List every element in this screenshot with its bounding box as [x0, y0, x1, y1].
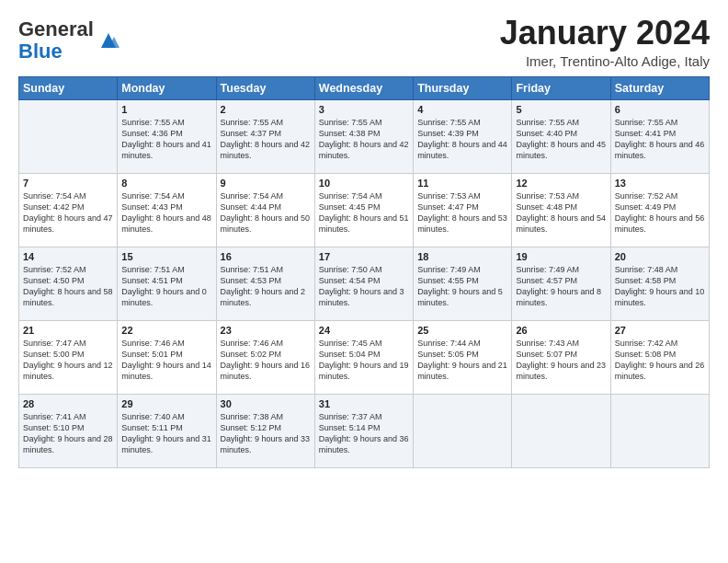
day-info: Sunrise: 7:55 AMSunset: 4:37 PMDaylight:… — [221, 117, 311, 162]
day-number: 10 — [319, 178, 409, 189]
day-info: Sunrise: 7:46 AMSunset: 5:02 PMDaylight:… — [221, 338, 311, 383]
day-info: Sunrise: 7:48 AMSunset: 4:58 PMDaylight:… — [615, 264, 705, 309]
table-cell: 9Sunrise: 7:54 AMSunset: 4:44 PMDaylight… — [216, 173, 314, 247]
day-info: Sunrise: 7:51 AMSunset: 4:53 PMDaylight:… — [221, 264, 311, 309]
table-cell: 13Sunrise: 7:52 AMSunset: 4:49 PMDayligh… — [610, 173, 709, 247]
day-info: Sunrise: 7:49 AMSunset: 4:57 PMDaylight:… — [516, 264, 606, 309]
table-cell: 14Sunrise: 7:52 AMSunset: 4:50 PMDayligh… — [19, 247, 118, 320]
table-cell: 7Sunrise: 7:54 AMSunset: 4:42 PMDaylight… — [19, 173, 118, 247]
table-cell: 6Sunrise: 7:55 AMSunset: 4:41 PMDaylight… — [610, 99, 709, 173]
table-cell: 26Sunrise: 7:43 AMSunset: 5:07 PMDayligh… — [512, 320, 610, 394]
calendar-week-3: 21Sunrise: 7:47 AMSunset: 5:00 PMDayligh… — [19, 320, 710, 394]
day-info: Sunrise: 7:37 AMSunset: 5:14 PMDaylight:… — [319, 411, 409, 456]
day-info: Sunrise: 7:55 AMSunset: 4:41 PMDaylight:… — [615, 117, 705, 162]
table-cell: 15Sunrise: 7:51 AMSunset: 4:51 PMDayligh… — [118, 247, 216, 320]
day-info: Sunrise: 7:41 AMSunset: 5:10 PMDaylight:… — [23, 411, 113, 456]
table-cell: 4Sunrise: 7:55 AMSunset: 4:39 PMDaylight… — [414, 99, 512, 173]
table-cell: 21Sunrise: 7:47 AMSunset: 5:00 PMDayligh… — [19, 320, 118, 394]
logo: General Blue — [18, 18, 121, 63]
day-info: Sunrise: 7:54 AMSunset: 4:44 PMDaylight:… — [221, 190, 311, 236]
day-number: 27 — [615, 325, 705, 336]
day-info: Sunrise: 7:55 AMSunset: 4:38 PMDaylight:… — [319, 117, 409, 162]
day-number: 3 — [319, 104, 409, 115]
table-cell: 17Sunrise: 7:50 AMSunset: 4:54 PMDayligh… — [314, 247, 413, 320]
weekday-row: Sunday Monday Tuesday Wednesday Thursday… — [19, 76, 710, 99]
calendar-header: Sunday Monday Tuesday Wednesday Thursday… — [19, 76, 710, 99]
day-info: Sunrise: 7:52 AMSunset: 4:49 PMDaylight:… — [615, 190, 705, 236]
table-cell: 18Sunrise: 7:49 AMSunset: 4:55 PMDayligh… — [414, 247, 512, 320]
table-cell: 25Sunrise: 7:44 AMSunset: 5:05 PMDayligh… — [414, 320, 512, 394]
location-title: Imer, Trentino-Alto Adige, Italy — [500, 53, 710, 69]
day-number: 4 — [417, 104, 507, 115]
table-cell: 29Sunrise: 7:40 AMSunset: 5:11 PMDayligh… — [118, 394, 216, 467]
day-number: 1 — [121, 104, 211, 115]
day-info: Sunrise: 7:49 AMSunset: 4:55 PMDaylight:… — [417, 264, 507, 309]
calendar-table: Sunday Monday Tuesday Wednesday Thursday… — [18, 76, 710, 468]
table-cell — [512, 394, 610, 467]
day-info: Sunrise: 7:55 AMSunset: 4:36 PMDaylight:… — [121, 117, 211, 162]
day-info: Sunrise: 7:44 AMSunset: 5:05 PMDaylight:… — [417, 338, 507, 383]
day-info: Sunrise: 7:38 AMSunset: 5:12 PMDaylight:… — [221, 411, 311, 456]
table-cell — [414, 394, 512, 467]
day-info: Sunrise: 7:46 AMSunset: 5:01 PMDaylight:… — [121, 338, 211, 383]
day-number: 2 — [221, 104, 311, 115]
table-cell: 31Sunrise: 7:37 AMSunset: 5:14 PMDayligh… — [314, 394, 413, 467]
day-number: 22 — [121, 325, 211, 336]
table-cell: 19Sunrise: 7:49 AMSunset: 4:57 PMDayligh… — [512, 247, 610, 320]
th-monday: Monday — [118, 76, 216, 99]
th-sunday: Sunday — [19, 76, 118, 99]
day-info: Sunrise: 7:51 AMSunset: 4:51 PMDaylight:… — [121, 264, 211, 309]
day-number: 5 — [516, 104, 606, 115]
table-cell: 11Sunrise: 7:53 AMSunset: 4:47 PMDayligh… — [414, 173, 512, 247]
day-number: 29 — [121, 398, 211, 409]
month-title: January 2024 — [500, 15, 710, 52]
logo-general: General — [18, 17, 94, 40]
day-number: 11 — [417, 178, 507, 189]
calendar-body: 1Sunrise: 7:55 AMSunset: 4:36 PMDaylight… — [19, 99, 710, 467]
day-info: Sunrise: 7:53 AMSunset: 4:48 PMDaylight:… — [516, 190, 606, 236]
day-number: 18 — [417, 251, 507, 262]
table-cell: 27Sunrise: 7:42 AMSunset: 5:08 PMDayligh… — [610, 320, 709, 394]
day-info: Sunrise: 7:55 AMSunset: 4:40 PMDaylight:… — [516, 117, 606, 162]
day-number: 6 — [615, 104, 705, 115]
table-cell — [610, 394, 709, 467]
day-number: 25 — [417, 325, 507, 336]
calendar-week-2: 14Sunrise: 7:52 AMSunset: 4:50 PMDayligh… — [19, 247, 710, 320]
day-number: 15 — [121, 251, 211, 262]
day-number: 8 — [121, 178, 211, 189]
th-thursday: Thursday — [414, 76, 512, 99]
table-cell: 23Sunrise: 7:46 AMSunset: 5:02 PMDayligh… — [216, 320, 314, 394]
day-info: Sunrise: 7:54 AMSunset: 4:43 PMDaylight:… — [121, 190, 211, 236]
day-number: 30 — [221, 398, 311, 409]
page: General Blue January 2024 Imer, Trentino… — [0, 0, 728, 477]
table-cell: 10Sunrise: 7:54 AMSunset: 4:45 PMDayligh… — [314, 173, 413, 247]
day-number: 7 — [23, 178, 113, 189]
logo-text: General Blue — [18, 18, 94, 63]
th-wednesday: Wednesday — [314, 76, 413, 99]
day-number: 16 — [221, 251, 311, 262]
day-number: 28 — [23, 398, 113, 409]
table-cell: 24Sunrise: 7:45 AMSunset: 5:04 PMDayligh… — [314, 320, 413, 394]
day-number: 13 — [615, 178, 705, 189]
day-number: 24 — [319, 325, 409, 336]
table-cell: 12Sunrise: 7:53 AMSunset: 4:48 PMDayligh… — [512, 173, 610, 247]
day-info: Sunrise: 7:47 AMSunset: 5:00 PMDaylight:… — [23, 338, 113, 383]
table-cell: 2Sunrise: 7:55 AMSunset: 4:37 PMDaylight… — [216, 99, 314, 173]
table-cell: 22Sunrise: 7:46 AMSunset: 5:01 PMDayligh… — [118, 320, 216, 394]
header: General Blue January 2024 Imer, Trentino… — [18, 15, 710, 69]
day-info: Sunrise: 7:54 AMSunset: 4:45 PMDaylight:… — [319, 190, 409, 236]
day-info: Sunrise: 7:52 AMSunset: 4:50 PMDaylight:… — [23, 264, 113, 309]
day-info: Sunrise: 7:43 AMSunset: 5:07 PMDaylight:… — [516, 338, 606, 383]
logo-icon — [96, 28, 121, 53]
day-info: Sunrise: 7:54 AMSunset: 4:42 PMDaylight:… — [23, 190, 113, 236]
day-number: 14 — [23, 251, 113, 262]
day-info: Sunrise: 7:50 AMSunset: 4:54 PMDaylight:… — [319, 264, 409, 309]
day-info: Sunrise: 7:42 AMSunset: 5:08 PMDaylight:… — [615, 338, 705, 383]
day-number: 23 — [221, 325, 311, 336]
calendar-week-1: 7Sunrise: 7:54 AMSunset: 4:42 PMDaylight… — [19, 173, 710, 247]
table-cell: 16Sunrise: 7:51 AMSunset: 4:53 PMDayligh… — [216, 247, 314, 320]
table-cell — [19, 99, 118, 173]
table-cell: 8Sunrise: 7:54 AMSunset: 4:43 PMDaylight… — [118, 173, 216, 247]
calendar-week-4: 28Sunrise: 7:41 AMSunset: 5:10 PMDayligh… — [19, 394, 710, 467]
day-info: Sunrise: 7:53 AMSunset: 4:47 PMDaylight:… — [417, 190, 507, 236]
